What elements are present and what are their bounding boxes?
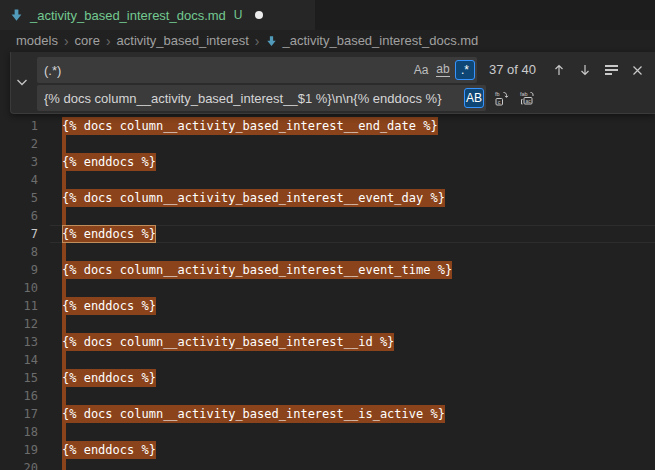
code-line[interactable] [62, 279, 66, 297]
editor-row: 12 [0, 315, 655, 333]
match-highlight [62, 243, 66, 261]
code-line[interactable]: {% docs column__activity_based_interest_… [62, 189, 445, 207]
editor-row: 19 {% enddocs %} [0, 441, 655, 459]
line-number: 15 [0, 371, 38, 385]
match-highlight: {% enddocs %} [62, 297, 156, 315]
match-highlight [62, 279, 66, 297]
match-highlight: {% enddocs %} [62, 225, 156, 243]
close-find-button[interactable] [627, 60, 647, 80]
line-number: 4 [0, 173, 38, 187]
svg-text:c: c [498, 99, 501, 105]
editor-row: 8 [0, 243, 655, 261]
editor-row: 13 {% docs column__activity_based_intere… [0, 333, 655, 351]
replace-all-icon: fab ac [519, 90, 535, 106]
line-number: 11 [0, 299, 38, 313]
match-highlight [62, 387, 66, 405]
line-number: 12 [0, 317, 38, 331]
code-line[interactable]: {% docs column__activity_based_interest_… [62, 333, 394, 351]
editor-pane[interactable]: Aa ab .* 37 of 40 [0, 51, 655, 470]
line-number: 7 [0, 227, 38, 241]
line-number: 1 [0, 119, 38, 133]
code-line[interactable]: {% docs column__activity_based_interest_… [62, 261, 452, 279]
whole-word-toggle[interactable]: ab [433, 60, 453, 80]
match-highlight: {% docs column__activity_based_interest_… [62, 261, 452, 279]
line-number: 14 [0, 353, 38, 367]
line-number: 8 [0, 245, 38, 259]
match-case-toggle[interactable]: Aa [411, 60, 431, 80]
code-line[interactable]: {% enddocs %} [62, 153, 156, 171]
line-number: 17 [0, 407, 38, 421]
match-highlight [62, 207, 66, 225]
line-number: 3 [0, 155, 38, 169]
replace-input[interactable] [37, 85, 462, 111]
line-number: 18 [0, 425, 38, 439]
code-line[interactable]: {% docs column__activity_based_interest_… [62, 405, 445, 423]
unsaved-dot-icon[interactable] [255, 11, 263, 19]
line-number: 9 [0, 263, 38, 277]
code-line[interactable] [62, 423, 66, 441]
git-status-badge: U [234, 8, 243, 22]
editor-row: 3 {% enddocs %} [0, 153, 655, 171]
editor-row: 14 [0, 351, 655, 369]
editor-row: 9 {% docs column__activity_based_interes… [0, 261, 655, 279]
previous-match-button[interactable] [549, 60, 569, 80]
code-line[interactable]: {% enddocs %} [62, 297, 156, 315]
arrow-up-icon [552, 63, 566, 77]
breadcrumb-item-core[interactable]: core [75, 33, 100, 48]
selection-lines-icon [605, 65, 618, 75]
code-line[interactable] [62, 207, 66, 225]
breadcrumb-separator-icon: › [255, 34, 260, 48]
code-line[interactable] [62, 171, 66, 189]
line-number: 10 [0, 281, 38, 295]
svg-text:ac: ac [526, 98, 532, 104]
toggle-replace-button[interactable] [11, 52, 33, 113]
code-line[interactable]: {% enddocs %} [62, 369, 156, 387]
regex-toggle[interactable]: .* [455, 60, 475, 80]
code-line[interactable] [62, 135, 66, 153]
match-highlight [62, 315, 66, 333]
match-highlight: {% docs column__activity_based_interest_… [62, 117, 438, 135]
breadcrumb-item-file[interactable]: _activity_based_interest_docs.md [282, 33, 478, 48]
editor-row: 5 {% docs column__activity_based_interes… [0, 189, 655, 207]
code-line[interactable] [62, 387, 66, 405]
find-input-box: Aa ab .* [37, 57, 477, 83]
tab-file-name: _activity_based_interest_docs.md [30, 8, 226, 23]
replace-icon: fb c [494, 90, 510, 106]
code-line[interactable] [62, 351, 66, 369]
next-match-button[interactable] [575, 60, 595, 80]
code-line[interactable] [62, 315, 66, 333]
breadcrumb-item-activity-based-interest[interactable]: activity_based_interest [117, 33, 249, 48]
tab-activity-based-interest-docs[interactable]: _activity_based_interest_docs.md U [0, 0, 315, 30]
find-in-selection-button[interactable] [601, 60, 621, 80]
editor-row: 6 [0, 207, 655, 225]
match-highlight [62, 459, 66, 470]
match-highlight: {% docs column__activity_based_interest_… [62, 405, 445, 423]
replace-input-box: AB [37, 85, 486, 111]
replace-all-button[interactable]: fab ac [517, 88, 537, 108]
match-highlight [62, 135, 66, 153]
code-line[interactable] [62, 459, 66, 470]
editor-row: 16 [0, 387, 655, 405]
code-line[interactable] [62, 243, 66, 261]
find-actions [549, 57, 647, 83]
find-row: Aa ab .* 37 of 40 [37, 57, 649, 83]
code-line[interactable]: {% enddocs %} [62, 441, 156, 459]
code-line[interactable]: {% docs column__activity_based_interest_… [62, 117, 438, 135]
match-highlight [62, 351, 66, 369]
match-highlight [62, 423, 66, 441]
breadcrumb-separator-icon: › [64, 34, 69, 48]
preserve-case-toggle[interactable]: AB [464, 88, 484, 108]
line-number: 19 [0, 443, 38, 457]
find-input[interactable] [37, 57, 409, 83]
match-highlight [62, 171, 66, 189]
code-line[interactable]: {% enddocs %} [62, 225, 156, 243]
breadcrumb-separator-icon: › [106, 34, 111, 48]
replace-button[interactable]: fb c [492, 88, 512, 108]
markdown-file-icon [9, 8, 24, 23]
editor-row: 2 [0, 135, 655, 153]
breadcrumb-item-models[interactable]: models [16, 33, 58, 48]
match-highlight: {% docs column__activity_based_interest_… [62, 189, 445, 207]
match-highlight: {% docs column__activity_based_interest_… [62, 333, 394, 351]
editor-lines: 1 {% docs column__activity_based_interes… [0, 117, 655, 470]
breadcrumb: models › core › activity_based_interest … [0, 30, 655, 51]
